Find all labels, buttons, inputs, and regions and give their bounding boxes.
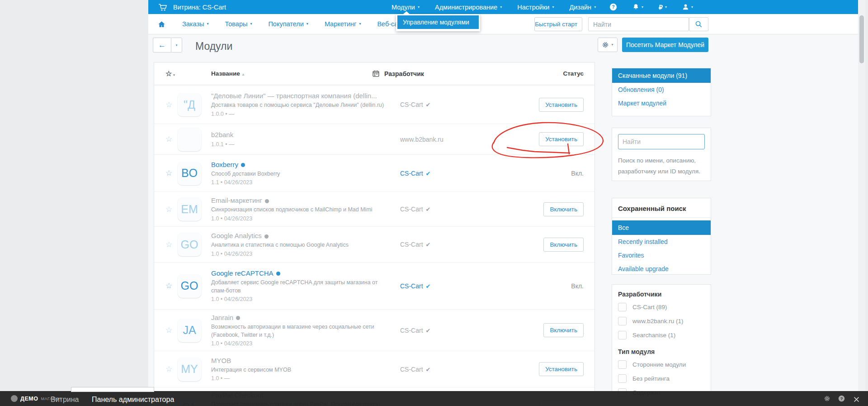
favorite-star-icon[interactable]: ☆ bbox=[165, 365, 172, 373]
module-tile: "Д bbox=[178, 93, 201, 116]
check-icon: ✔ bbox=[426, 241, 431, 248]
global-search-input[interactable] bbox=[588, 17, 689, 31]
favorite-star-icon[interactable]: ☆ bbox=[165, 169, 172, 177]
module-title[interactable]: MYOB bbox=[211, 357, 231, 364]
enable-button[interactable]: Включить bbox=[543, 323, 584, 337]
status-dot bbox=[241, 163, 245, 167]
settings-gear-button[interactable]: ▾ bbox=[598, 38, 618, 52]
demo-help-icon[interactable]: ? bbox=[838, 395, 845, 404]
checkbox-icon[interactable] bbox=[618, 374, 627, 383]
admin-window: Витрина: CS-Cart Модули ▾ Администрирова… bbox=[148, 0, 865, 406]
favorite-star-icon[interactable]: ☆ bbox=[165, 205, 172, 214]
module-description: Способ доставки Boxberry bbox=[211, 170, 393, 178]
saved-search-upgrade[interactable]: Available upgrade bbox=[612, 262, 711, 275]
module-search-input[interactable] bbox=[618, 134, 705, 149]
checkbox-icon[interactable] bbox=[618, 303, 627, 311]
scrollbar[interactable] bbox=[858, 0, 865, 406]
favorite-star-icon[interactable]: ☆ bbox=[165, 326, 172, 334]
filter-type-norating[interactable]: Без рейтинга bbox=[612, 372, 711, 386]
sort-asc-icon: ▴ bbox=[242, 72, 245, 76]
install-button[interactable]: Установить bbox=[539, 362, 584, 376]
favorite-star-icon[interactable]: ☆ bbox=[165, 100, 172, 109]
chevron-down-icon: ▾ bbox=[207, 22, 208, 26]
module-version: 1.0 • 04/26/2023 bbox=[211, 215, 400, 222]
status-dot bbox=[264, 234, 269, 239]
demo-tab-admin[interactable]: Панель администратора bbox=[92, 396, 174, 404]
checkbox-icon[interactable] bbox=[618, 360, 627, 369]
currency-menu[interactable]: ₽ ▾ bbox=[659, 4, 667, 11]
module-tile: MY bbox=[178, 358, 201, 381]
module-title[interactable]: Google Analytics bbox=[211, 232, 269, 239]
sidebar-tab-downloaded[interactable]: Скачанные модули (91) bbox=[612, 68, 711, 83]
column-developer[interactable]: Разработчик bbox=[384, 70, 424, 77]
storefront-label[interactable]: Витрина: CS-Cart bbox=[173, 4, 226, 11]
enable-button[interactable]: Включить bbox=[543, 238, 584, 252]
module-tile: JA bbox=[178, 319, 201, 342]
chevron-down-icon: ▾ bbox=[642, 5, 643, 9]
module-version: 1.0 • 04/26/2023 bbox=[211, 251, 400, 257]
favorite-star-icon[interactable]: ☆ bbox=[165, 135, 172, 143]
column-status: Статус bbox=[499, 70, 584, 77]
nav-customers[interactable]: Покупатели ▾ bbox=[268, 20, 308, 28]
checkbox-icon[interactable] bbox=[618, 331, 627, 339]
back-button[interactable]: ← bbox=[153, 38, 171, 53]
table-row: ☆ "Д "Деловые Линии" — транспортная комп… bbox=[154, 85, 594, 124]
favorite-star-icon[interactable]: ☆ bbox=[165, 282, 172, 290]
module-title[interactable]: Google reCAPTCHA bbox=[211, 269, 280, 277]
star-filter-icon[interactable]: ☆ bbox=[165, 70, 172, 77]
calendar-icon bbox=[372, 70, 380, 77]
module-developer: CS-Cart✔ bbox=[400, 101, 430, 108]
menu-administration[interactable]: Администрирование ▾ bbox=[435, 4, 502, 11]
menu-item-manage-addons[interactable]: Управление модулями bbox=[397, 15, 479, 29]
module-developer: CS-Cart✔ bbox=[400, 366, 430, 373]
visit-addon-market-button[interactable]: Посетить Маркет Модулей bbox=[622, 38, 708, 52]
module-title[interactable]: Boxberry bbox=[211, 161, 245, 168]
filter-developer-cscart[interactable]: CS-Cart (89) bbox=[612, 300, 711, 314]
module-version: 1.0 • 04/26/2023 bbox=[211, 340, 400, 347]
checkbox-icon[interactable] bbox=[618, 317, 627, 325]
nav-orders[interactable]: Заказы ▾ bbox=[182, 20, 208, 28]
module-title[interactable]: Email-маркетинг bbox=[211, 196, 269, 204]
menu-modules[interactable]: Модули ▾ bbox=[392, 4, 420, 11]
module-title[interactable]: "Деловые Линии" — транспортная компания … bbox=[211, 92, 377, 100]
menu-design[interactable]: Дизайн ▾ bbox=[569, 4, 596, 11]
quick-start-button[interactable]: Быстрый старт ▾ bbox=[534, 17, 582, 31]
help-icon[interactable]: ? bbox=[609, 3, 617, 11]
enable-button[interactable]: Включить bbox=[543, 202, 584, 216]
sidebar-tab-updates[interactable]: Обновления (0) bbox=[612, 83, 711, 96]
menu-settings[interactable]: Настройки ▾ bbox=[517, 4, 554, 11]
install-button[interactable]: Установить bbox=[539, 98, 584, 112]
nav-marketing[interactable]: Маркетинг ▾ bbox=[325, 20, 361, 28]
filter-developer-searchanise[interactable]: Searchanise (1) bbox=[612, 328, 711, 342]
saved-search-all[interactable]: Все bbox=[612, 220, 711, 235]
filter-developer-b2bank[interactable]: www.b2bank.ru (1) bbox=[612, 314, 711, 328]
home-icon[interactable] bbox=[157, 20, 166, 28]
column-name[interactable]: Название▴ bbox=[211, 70, 386, 77]
search-button[interactable] bbox=[689, 17, 708, 31]
saved-search-box: Сохраненный поиск Все Recently installed… bbox=[612, 198, 711, 275]
module-title[interactable]: b2bank bbox=[211, 131, 233, 139]
module-tile: EM bbox=[178, 197, 201, 221]
demo-tab-storefront[interactable]: Витрина bbox=[51, 396, 79, 404]
filter-type-thirdparty[interactable]: Сторонние модули bbox=[612, 358, 711, 372]
scrollbar-thumb[interactable] bbox=[859, 15, 864, 63]
saved-search-recent[interactable]: Recently installed bbox=[612, 235, 711, 248]
nav-products[interactable]: Товары ▾ bbox=[225, 20, 252, 28]
install-button[interactable]: Установить bbox=[539, 132, 584, 146]
module-title[interactable]: Janrain bbox=[211, 314, 240, 321]
user-menu[interactable]: ▾ bbox=[682, 4, 693, 10]
notifications-menu[interactable]: ▾ bbox=[632, 4, 643, 10]
favorite-star-icon[interactable]: ☆ bbox=[165, 240, 172, 249]
sidebar-tab-market[interactable]: Маркет модулей bbox=[612, 96, 711, 110]
table-row: ☆ GO Google reCAPTCHA Добавляет сервис G… bbox=[154, 262, 594, 309]
demo-close-icon[interactable] bbox=[854, 396, 859, 404]
chevron-down-icon: ▾ bbox=[250, 22, 252, 26]
saved-search-favorites[interactable]: Favorites bbox=[612, 248, 711, 262]
back-history-button[interactable]: ▾ bbox=[171, 38, 182, 53]
demo-settings-gear-icon[interactable] bbox=[824, 395, 830, 404]
chevron-down-icon: ▾ bbox=[594, 5, 596, 9]
search-icon bbox=[695, 20, 703, 28]
top-menus: Модули ▾ Администрирование ▾ Настройки ▾… bbox=[392, 0, 596, 14]
page-title: Модули bbox=[195, 40, 232, 53]
module-description: Возможность авторизации в магазине через… bbox=[211, 323, 393, 339]
